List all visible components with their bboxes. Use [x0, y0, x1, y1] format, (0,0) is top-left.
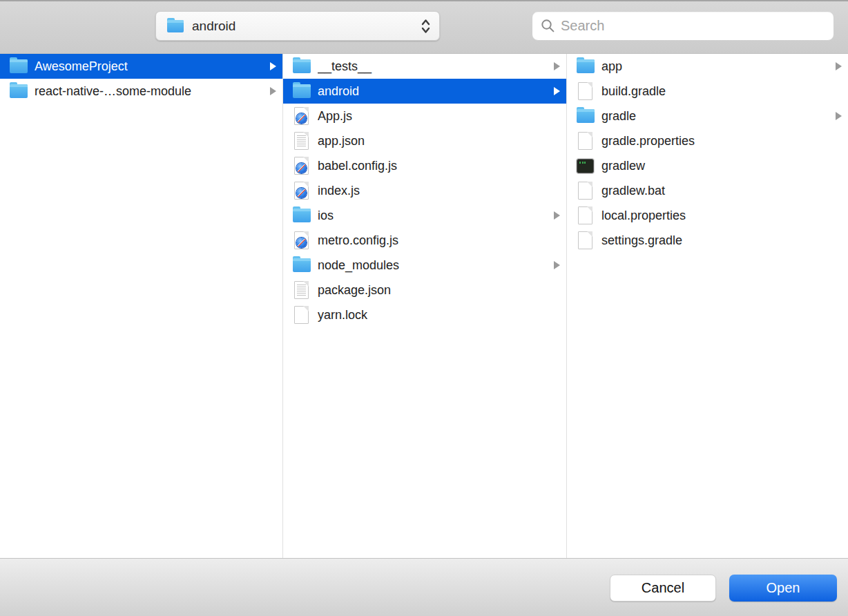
file-name-label: metro.config.js — [318, 233, 560, 248]
disclosure-triangle-icon — [554, 87, 560, 95]
list-item[interactable]: app — [567, 54, 848, 79]
search-input[interactable] — [561, 18, 825, 34]
folder-icon — [292, 57, 311, 76]
list-item[interactable]: local.properties — [567, 203, 848, 228]
dialog-toolbar: android — [0, 0, 848, 54]
folder-icon — [576, 57, 595, 76]
disclosure-triangle-icon — [554, 62, 560, 70]
list-item[interactable]: ios — [283, 203, 566, 228]
file-name-label: android — [318, 84, 550, 99]
doc-blank-icon — [576, 131, 595, 151]
list-item[interactable]: metro.config.js — [283, 228, 566, 253]
file-name-label: build.gradle — [601, 84, 842, 99]
js-icon — [292, 156, 311, 175]
file-name-label: package.json — [318, 283, 560, 298]
file-name-label: index.js — [318, 184, 560, 198]
terminal-icon — [576, 156, 595, 175]
open-file-dialog: android AwesomeProjectreact-native-…some… — [0, 0, 848, 616]
file-name-label: gradle.properties — [601, 134, 842, 148]
list-item[interactable]: gradlew — [567, 153, 848, 178]
file-name-label: babel.config.js — [318, 159, 560, 173]
list-item[interactable]: app.json — [283, 128, 566, 153]
open-button[interactable]: Open — [729, 575, 837, 601]
current-folder-dropdown[interactable]: android — [155, 11, 440, 41]
current-folder-label: android — [192, 19, 421, 34]
file-name-label: yarn.lock — [318, 308, 560, 323]
list-item[interactable]: gradlew.bat — [567, 178, 848, 203]
folder-icon — [292, 256, 311, 275]
doc-text-icon — [292, 280, 311, 300]
list-item[interactable]: react-native-…some-module — [0, 79, 282, 104]
folder-icon — [292, 81, 311, 101]
chevron-up-down-icon — [421, 18, 431, 35]
file-name-label: AwesomeProject — [35, 59, 266, 74]
file-column-1: AwesomeProjectreact-native-…some-module — [0, 54, 283, 558]
folder-icon — [166, 17, 184, 36]
file-name-label: react-native-…some-module — [35, 84, 266, 99]
js-icon — [292, 231, 311, 250]
disclosure-triangle-icon — [554, 261, 560, 269]
file-column-3: appbuild.gradlegradlegradle.propertiesgr… — [567, 54, 848, 558]
folder-icon — [292, 206, 311, 225]
list-item[interactable]: settings.gradle — [567, 228, 848, 253]
doc-blank-icon — [576, 206, 595, 225]
file-name-label: settings.gradle — [601, 233, 842, 248]
list-item[interactable]: build.gradle — [567, 79, 848, 104]
list-item[interactable]: package.json — [283, 278, 566, 302]
js-icon — [292, 106, 311, 126]
folder-icon — [9, 81, 28, 101]
doc-text-icon — [292, 131, 311, 151]
file-name-label: app — [601, 59, 831, 74]
list-item[interactable]: android — [283, 79, 566, 104]
folder-icon — [576, 106, 595, 126]
doc-blank-icon — [576, 181, 595, 200]
doc-blank-icon — [576, 231, 595, 250]
file-name-label: App.js — [318, 109, 560, 124]
list-item[interactable]: gradle — [567, 104, 848, 128]
disclosure-triangle-icon — [554, 211, 560, 220]
file-name-label: app.json — [318, 134, 560, 148]
list-item[interactable]: babel.config.js — [283, 153, 566, 178]
search-icon — [541, 19, 555, 33]
doc-blank-icon — [292, 305, 311, 325]
folder-icon — [9, 57, 28, 76]
list-item[interactable]: App.js — [283, 104, 566, 128]
list-item[interactable]: __tests__ — [283, 54, 566, 79]
file-name-label: ios — [318, 209, 550, 223]
js-icon — [292, 181, 311, 200]
file-column-2: __tests__androidApp.jsapp.jsonbabel.conf… — [283, 54, 567, 558]
search-field[interactable] — [532, 11, 834, 41]
disclosure-triangle-icon — [836, 62, 842, 70]
list-item[interactable]: yarn.lock — [283, 302, 566, 327]
cancel-button[interactable]: Cancel — [610, 575, 716, 601]
dialog-footer: Cancel Open — [0, 558, 848, 616]
list-item[interactable]: AwesomeProject — [0, 54, 282, 79]
column-browser: AwesomeProjectreact-native-…some-module … — [0, 54, 848, 558]
file-name-label: gradle — [601, 109, 831, 124]
list-item[interactable]: node_modules — [283, 253, 566, 278]
file-name-label: __tests__ — [318, 59, 550, 74]
file-name-label: gradlew — [601, 159, 842, 173]
disclosure-triangle-icon — [270, 87, 276, 95]
file-name-label: gradlew.bat — [601, 184, 842, 198]
list-item[interactable]: index.js — [283, 178, 566, 203]
disclosure-triangle-icon — [836, 112, 842, 120]
disclosure-triangle-icon — [270, 62, 276, 70]
list-item[interactable]: gradle.properties — [567, 128, 848, 153]
file-name-label: node_modules — [318, 258, 550, 273]
doc-blank-icon — [576, 81, 595, 101]
file-name-label: local.properties — [601, 209, 842, 223]
